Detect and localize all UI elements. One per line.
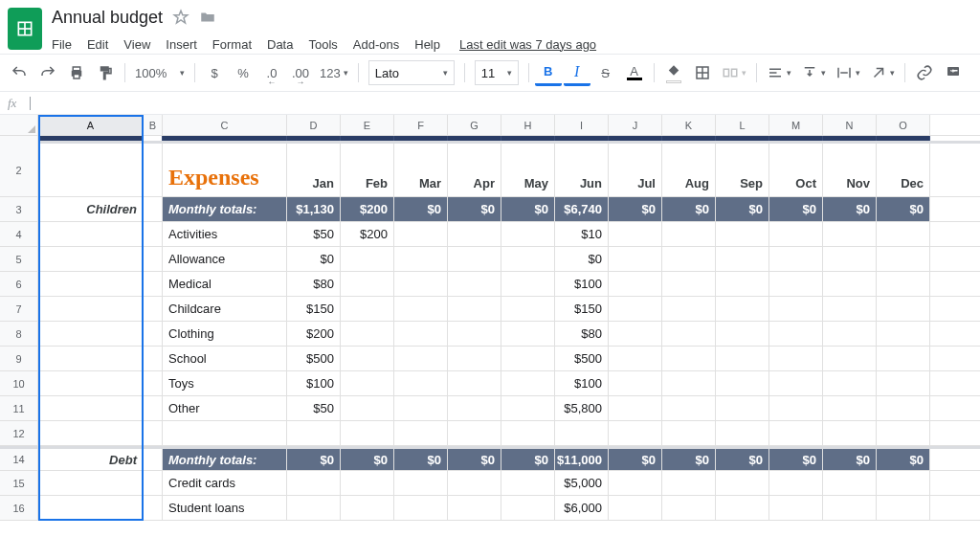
row-label[interactable]: School	[163, 347, 287, 370]
cell-1-L[interactable]	[716, 136, 769, 141]
month-header[interactable]: Jun	[555, 144, 609, 196]
cell[interactable]: $50	[287, 396, 341, 420]
month-header[interactable]: Feb	[341, 144, 394, 196]
col-header-G[interactable]: G	[448, 115, 501, 135]
cell[interactable]	[144, 144, 163, 196]
spreadsheet-grid[interactable]: ABCDEFGHIJKLMNO2ExpensesJanFebMarAprMayJ…	[0, 115, 980, 521]
cell[interactable]	[769, 496, 823, 520]
cell[interactable]	[823, 496, 877, 520]
row-header-1[interactable]	[0, 136, 38, 144]
cell[interactable]	[823, 272, 877, 296]
cell-1-E[interactable]	[341, 136, 394, 141]
col-header-I[interactable]: I	[555, 115, 609, 135]
cell[interactable]	[877, 347, 930, 370]
row-label[interactable]: Activities	[163, 222, 287, 246]
borders-button[interactable]	[689, 59, 716, 86]
cell[interactable]	[38, 297, 144, 321]
cell[interactable]	[716, 371, 769, 395]
cell[interactable]: $80	[555, 322, 609, 346]
strikethrough-button[interactable]: S	[592, 59, 619, 86]
cell[interactable]: $0	[716, 449, 769, 470]
menu-file[interactable]: File	[52, 37, 72, 52]
cell[interactable]	[716, 496, 769, 520]
cell[interactable]	[501, 471, 555, 495]
cell[interactable]	[823, 322, 877, 346]
cell[interactable]	[662, 272, 716, 296]
cell[interactable]	[341, 322, 394, 346]
cell[interactable]	[144, 347, 163, 370]
cell[interactable]	[555, 421, 609, 445]
cell[interactable]	[823, 471, 877, 495]
col-header-K[interactable]: K	[662, 115, 716, 135]
col-header-B[interactable]: B	[144, 115, 163, 135]
row-header[interactable]: 12	[0, 421, 38, 445]
cell[interactable]: $6,740	[555, 197, 609, 221]
cell[interactable]: $200	[341, 222, 394, 246]
link-button[interactable]	[911, 59, 938, 86]
month-header[interactable]: Aug	[662, 144, 716, 196]
cell[interactable]	[877, 471, 930, 495]
cell[interactable]: $100	[555, 272, 609, 296]
v-align-button[interactable]	[797, 59, 830, 86]
cell[interactable]	[662, 297, 716, 321]
cell[interactable]: $5,800	[555, 396, 609, 420]
document-title[interactable]: Annual budget	[52, 8, 163, 28]
cell[interactable]	[341, 471, 394, 495]
row-header[interactable]: 4	[0, 222, 38, 246]
menu-edit[interactable]: Edit	[87, 37, 108, 52]
row-label[interactable]: Student loans	[163, 496, 287, 520]
cell-1-G[interactable]	[448, 136, 501, 141]
h-align-button[interactable]	[763, 59, 795, 86]
cell[interactable]	[448, 322, 501, 346]
cell[interactable]	[144, 272, 163, 296]
col-header-A[interactable]: A	[38, 115, 144, 135]
row-label[interactable]: Allowance	[163, 247, 287, 271]
row-label[interactable]: Clothing	[163, 322, 287, 346]
cell[interactable]: $0	[287, 247, 341, 271]
cell[interactable]	[394, 396, 448, 420]
cell[interactable]	[394, 322, 448, 346]
cell[interactable]	[877, 297, 930, 321]
cell[interactable]	[501, 421, 555, 445]
cell[interactable]: $0	[609, 449, 662, 470]
bold-button[interactable]: B	[535, 59, 562, 86]
col-header-H[interactable]: H	[501, 115, 555, 135]
paint-format-button[interactable]	[92, 59, 119, 86]
cell[interactable]	[144, 449, 163, 470]
cell-1-M[interactable]	[769, 136, 823, 141]
cell[interactable]	[341, 371, 394, 395]
cell[interactable]	[341, 247, 394, 271]
cell[interactable]	[769, 247, 823, 271]
cell[interactable]	[716, 421, 769, 445]
cell[interactable]	[144, 371, 163, 395]
rotate-button[interactable]	[866, 59, 899, 86]
menu-format[interactable]: Format	[212, 37, 252, 52]
cell[interactable]	[609, 396, 662, 420]
cell[interactable]: $5,000	[555, 471, 609, 495]
cell[interactable]	[877, 371, 930, 395]
cell[interactable]: $10	[555, 222, 609, 246]
month-header[interactable]: Apr	[448, 144, 501, 196]
cell[interactable]	[662, 496, 716, 520]
cell[interactable]	[38, 322, 144, 346]
decrease-decimal-button[interactable]: .0←	[258, 59, 285, 86]
cell[interactable]	[609, 222, 662, 246]
cell[interactable]	[144, 222, 163, 246]
cell[interactable]	[38, 371, 144, 395]
cell[interactable]	[877, 322, 930, 346]
cell[interactable]: $200	[287, 322, 341, 346]
cell[interactable]: $150	[287, 297, 341, 321]
cell[interactable]	[394, 471, 448, 495]
cell[interactable]	[394, 347, 448, 370]
cell[interactable]	[287, 496, 341, 520]
cell[interactable]	[716, 222, 769, 246]
cell[interactable]	[609, 347, 662, 370]
cell[interactable]	[448, 471, 501, 495]
increase-decimal-button[interactable]: .00→	[287, 59, 314, 86]
menu-view[interactable]: View	[123, 37, 150, 52]
cell-1-N[interactable]	[823, 136, 877, 141]
row-header[interactable]: 3	[0, 197, 38, 221]
cell[interactable]	[144, 471, 163, 495]
cell[interactable]	[877, 421, 930, 445]
cell[interactable]	[609, 297, 662, 321]
